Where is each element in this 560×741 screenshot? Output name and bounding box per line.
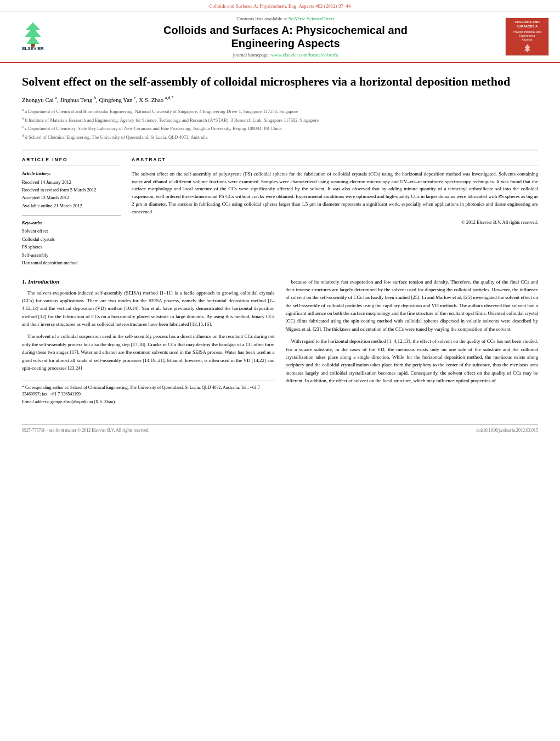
journal-url[interactable]: www.elsevier.com/locate/colsurfa [271,52,338,58]
intro-para-2: The solvent of a colloidal suspension us… [22,332,275,372]
intro-title: 1. Introduction [22,278,275,285]
keywords-label: Keywords: [22,220,121,225]
keyword-1: Solvent effect [22,227,121,235]
footnote-divider [22,381,275,381]
history-items: Received 14 January 2012 Received in rev… [22,178,121,210]
bottom-bar: 0927-7757/$ – see front matter © 2012 El… [22,424,538,433]
intro-body: The solvent-evaporation-induced self-ass… [22,289,275,372]
affiliations: a a Department of Chemical and Biomolecu… [22,107,538,140]
copyright-line: © 2012 Elsevier B.V. All rights reserved… [132,219,538,225]
info-abstract-section: ARTICLE INFO Article history: Received 1… [22,157,538,267]
article-title: Solvent effect on the self-assembly of c… [22,74,538,90]
keyword-4: Self-assembly [22,251,121,259]
intro-para-1: The solvent-evaporation-induced self-ass… [22,289,275,329]
right-para-1: because of its relatively fast evaporati… [286,278,539,333]
svg-rect-5 [526,50,528,52]
abstract-col: ABSTRACT The solvent effect on the self-… [132,157,538,267]
journal-logo-right: COLLOIDS ANDSURFACES A Physicochemical a… [505,18,549,56]
accepted-date: Accepted 13 March 2012 [22,194,121,201]
journal-citation-bar: Colloids and Surfaces A: Physicochem. En… [0,0,560,12]
body-left-col: 1. Introduction The solvent-evaporation-… [22,278,275,407]
keyword-3: PS spheres [22,243,121,251]
footnote: * Corresponding author at: School of Che… [22,384,275,405]
main-content: Solvent effect on the self-assembly of c… [0,63,560,417]
received-date: Received 14 January 2012 [22,178,121,186]
article-info-label: ARTICLE INFO [22,157,121,162]
keyword-2: Colloidal crystals [22,235,121,243]
journal-center: Contents lists available at SciVerse Sci… [66,16,505,58]
abstract-text: The solvent effect on the self-assembly … [132,171,538,217]
article-info-col: ARTICLE INFO Article history: Received 1… [22,157,121,267]
right-para-2: With regard to the horizontal deposition… [286,337,539,384]
journal-homepage: journal homepage: www.elsevier.com/locat… [66,52,505,58]
header-divider [22,150,538,150]
journal-title: Colloids and Surfaces A: Physicochemical… [66,24,505,50]
available-date: Available online 21 March 2012 [22,202,121,210]
issn-line: 0927-7757/$ – see front matter © 2012 El… [22,428,150,433]
abstract-divider [132,166,538,166]
elsevier-logo: ELSEVIER [11,21,55,52]
abstract-label: ABSTRACT [132,157,538,162]
doi-line: doi:10.1016/j.colsurfa.2012.03.015 [476,428,538,433]
sciverse-line: Contents lists available at SciVerse Sci… [66,16,505,21]
body-right-col: because of its relatively fast evaporati… [286,278,539,407]
footnote-email: E-mail address: george.zhao@uq.edu.au (X… [22,399,275,405]
keyword-list: Solvent effect Colloidal crystals PS sph… [22,227,121,267]
svg-marker-4 [524,44,530,51]
body-section: 1. Introduction The solvent-evaporation-… [22,278,538,407]
svg-text:ELSEVIER: ELSEVIER [22,46,44,51]
keywords-divider [22,215,121,216]
info-divider [22,166,121,166]
right-col-body: because of its relatively fast evaporati… [286,278,539,385]
authors-line: Zhongyu Cai a, Jinghua Teng b, Qingfeng … [22,95,538,103]
revised-date: Received in revised form 5 March 2012 [22,186,121,194]
footnote-star: * Corresponding author at: School of Che… [22,384,275,398]
article-history-label: Article history: [22,171,121,176]
keyword-5: Horizontal deposition method [22,259,121,267]
journal-header: ELSEVIER Contents lists available at Sci… [0,12,560,63]
journal-citation: Colloids and Surfaces A: Physicochem. En… [209,3,350,9]
